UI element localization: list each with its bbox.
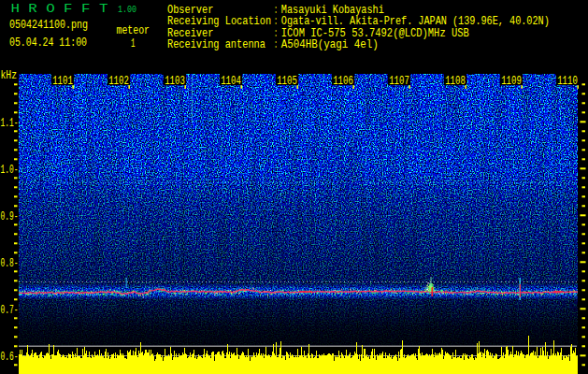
svg-text:kHz: kHz	[1, 68, 18, 82]
svg-text:05.04.24 11:00: 05.04.24 11:00	[9, 36, 87, 50]
svg-text:0.6-: 0.6-	[1, 350, 19, 364]
svg-text:1.1-: 1.1-	[1, 116, 19, 130]
svg-text:H R O F F T: H R O F F T	[10, 3, 108, 16]
svg-text:A504HB(yagi 4el): A504HB(yagi 4el)	[281, 37, 379, 51]
svg-text:1103: 1103	[165, 74, 185, 88]
svg-text:1102: 1102	[108, 74, 129, 88]
svg-text:1105: 1105	[277, 74, 297, 88]
svg-text:0.7-: 0.7-	[1, 303, 19, 317]
svg-text::: :	[274, 37, 278, 51]
svg-text:Receiving antenna: Receiving antenna	[167, 37, 265, 51]
svg-text:1108: 1108	[445, 74, 466, 88]
svg-text:1109: 1109	[501, 74, 522, 88]
svg-text:1106: 1106	[333, 74, 353, 88]
svg-text:meteor: meteor	[117, 23, 151, 37]
svg-text:1: 1	[131, 36, 136, 50]
svg-text:1101: 1101	[52, 74, 73, 88]
svg-text:1110: 1110	[557, 74, 578, 88]
svg-text:1.00: 1.00	[118, 4, 136, 15]
svg-text:1104: 1104	[221, 74, 241, 88]
svg-text:1107: 1107	[389, 74, 409, 88]
svg-text:0.9-: 0.9-	[1, 209, 19, 223]
svg-text:0.8-: 0.8-	[1, 256, 19, 270]
svg-text:1.0-: 1.0-	[1, 163, 19, 177]
svg-text:0504241100.png: 0504241100.png	[9, 18, 88, 32]
